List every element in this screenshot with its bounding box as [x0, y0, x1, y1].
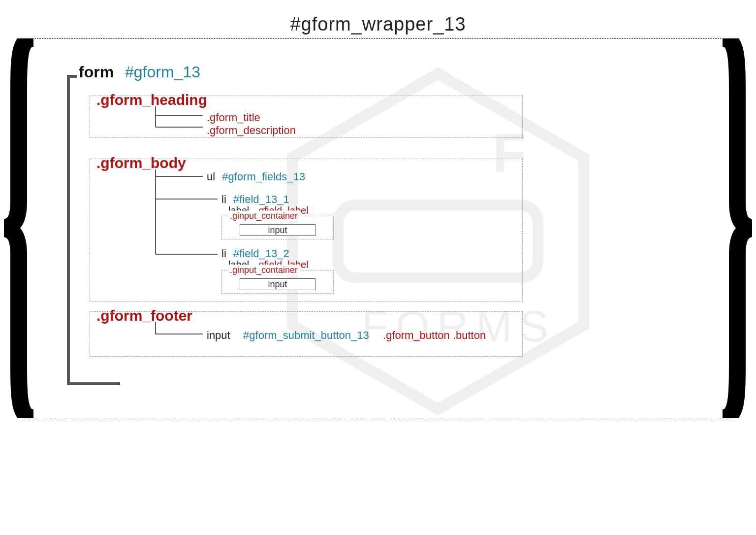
ul-node: ul #gform_fields_13 — [207, 170, 310, 183]
footer-class-label: .gform_footer — [96, 307, 192, 324]
li2-input-leaf: input — [240, 278, 315, 290]
left-curly-brace-icon — [4, 38, 38, 418]
heading-class-label: .gform_heading — [96, 92, 207, 108]
li-node-2: li #field_13_2 — [221, 247, 294, 260]
wrapper-id-title: #gform_wrapper_13 — [0, 14, 756, 35]
footer-input-leaf: input #gform_submit_button_13 .gform_but… — [207, 329, 491, 342]
body-class-label: .gform_body — [96, 155, 186, 171]
wrapper-box-bottom — [20, 418, 736, 418]
li1-ginput-container: .ginput_container input — [221, 216, 334, 239]
li-node-1: li #field_13_1 — [221, 193, 294, 206]
heading-description-leaf: .gform_description — [207, 124, 301, 137]
right-curly-brace-icon — [718, 38, 752, 418]
heading-title-leaf: .gform_title — [207, 111, 265, 124]
form-id-selector: #gform_13 — [125, 63, 200, 81]
li1-input-leaf: input — [240, 224, 315, 236]
diagram-stage: F FORMS #gform_wrapper_13 form #gform_13… — [0, 0, 756, 535]
li2-ginput-container: .ginput_container input — [221, 270, 334, 294]
